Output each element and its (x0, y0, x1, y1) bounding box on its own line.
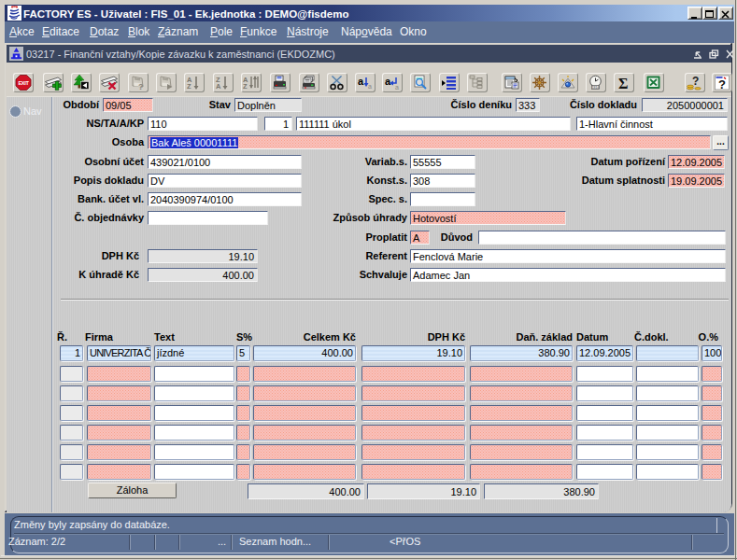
svg-text:?: ? (138, 82, 144, 91)
svg-text:a: a (395, 84, 399, 91)
svg-text:a: a (385, 76, 391, 87)
svg-text:Z: Z (243, 82, 248, 91)
svg-text:a: a (368, 83, 372, 90)
svg-text:a: a (358, 76, 364, 87)
svg-text:EXIT: EXIT (18, 80, 29, 86)
svg-text:?: ? (718, 77, 726, 91)
svg-text:Σ: Σ (618, 76, 628, 91)
svg-text:Z: Z (187, 82, 191, 91)
svg-text:1314: 1314 (592, 86, 600, 90)
svg-text:A: A (216, 82, 221, 91)
